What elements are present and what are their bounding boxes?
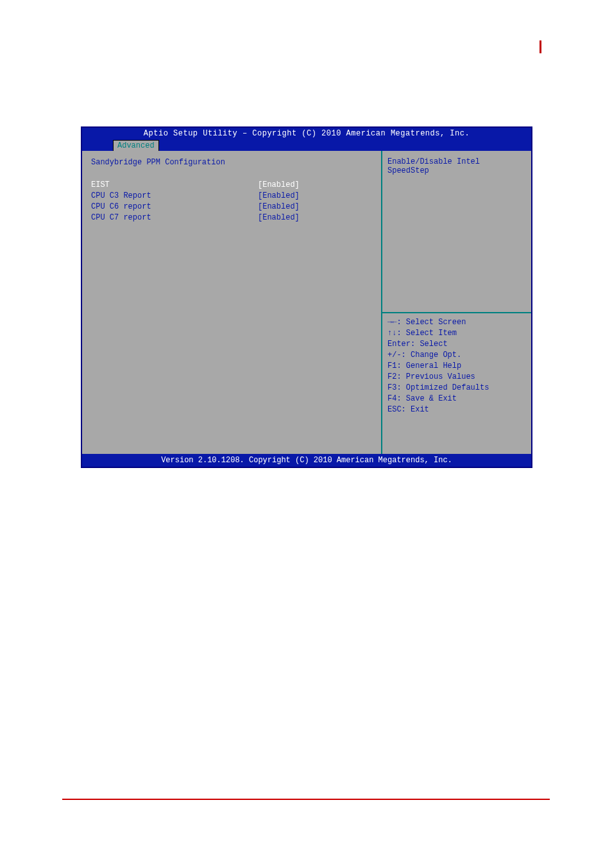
- key-esc: ESC: Exit: [387, 404, 526, 415]
- tab-advanced[interactable]: Advanced: [113, 140, 159, 151]
- setting-value: [Enabled]: [258, 202, 300, 213]
- setting-label: CPU C3 Report: [91, 191, 258, 202]
- section-title: Sandybridge PPM Configuration: [91, 157, 372, 168]
- key-help: →←: Select Screen ↑↓: Select Item Enter:…: [387, 317, 526, 447]
- page-accent-bar: [540, 40, 541, 53]
- help-text: Enable/Disable Intel SpeedStep: [387, 157, 526, 175]
- setting-cpu-c7-report[interactable]: CPU C7 report [Enabled]: [91, 213, 372, 223]
- key-select-item: ↑↓: Select Item: [387, 328, 526, 339]
- help-pane: Enable/Disable Intel SpeedStep →←: Selec…: [381, 151, 531, 454]
- bios-footer: Version 2.10.1208. Copyright (C) 2010 Am…: [82, 454, 531, 467]
- help-divider: [382, 312, 531, 313]
- bios-title: Aptio Setup Utility – Copyright (C) 2010…: [82, 128, 531, 138]
- setting-eist[interactable]: EIST [Enabled]: [91, 180, 372, 191]
- setting-cpu-c3-report[interactable]: CPU C3 Report [Enabled]: [91, 191, 372, 202]
- bios-content: Sandybridge PPM Configuration EIST [Enab…: [82, 151, 531, 454]
- setting-value: [Enabled]: [258, 191, 300, 202]
- settings-pane: Sandybridge PPM Configuration EIST [Enab…: [82, 151, 381, 454]
- key-enter: Enter: Select: [387, 339, 526, 350]
- key-select-screen: →←: Select Screen: [387, 317, 526, 328]
- setting-label: EIST: [91, 180, 258, 191]
- key-f1: F1: General Help: [387, 361, 526, 372]
- bios-window: Aptio Setup Utility – Copyright (C) 2010…: [81, 126, 532, 468]
- tab-bar: Advanced: [113, 139, 159, 151]
- setting-label: CPU C6 report: [91, 202, 258, 213]
- key-f4: F4: Save & Exit: [387, 394, 526, 404]
- setting-value: [Enabled]: [258, 213, 300, 223]
- setting-label: CPU C7 report: [91, 213, 258, 223]
- key-f2: F2: Previous Values: [387, 372, 526, 383]
- setting-cpu-c6-report[interactable]: CPU C6 report [Enabled]: [91, 202, 372, 213]
- setting-value: [Enabled]: [258, 180, 300, 191]
- key-change-opt: +/-: Change Opt.: [387, 350, 526, 361]
- key-f3: F3: Optimized Defaults: [387, 383, 526, 394]
- page-footer-rule: [62, 799, 550, 800]
- bios-title-bar: Aptio Setup Utility – Copyright (C) 2010…: [82, 128, 531, 151]
